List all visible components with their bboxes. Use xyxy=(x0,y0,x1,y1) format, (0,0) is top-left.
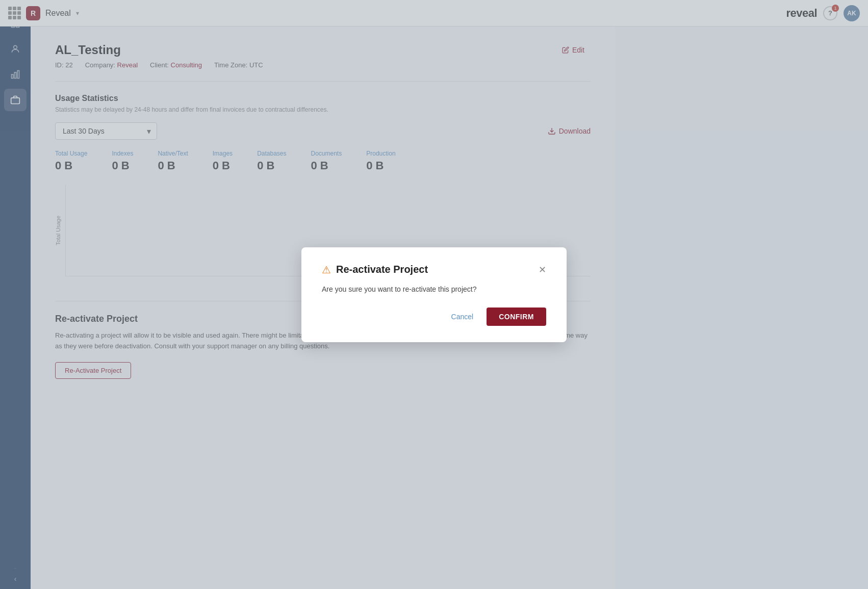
modal-body: Are you sure you want to re-activate thi… xyxy=(322,285,546,293)
modal-dialog: ⚠ Re-activate Project ✕ Are you sure you… xyxy=(301,247,567,342)
modal-title-row: ⚠ Re-activate Project xyxy=(322,264,428,276)
modal-overlay: ⚠ Re-activate Project ✕ Are you sure you… xyxy=(0,0,868,589)
modal-header: ⚠ Re-activate Project ✕ xyxy=(322,264,546,276)
modal-title: Re-activate Project xyxy=(336,264,428,275)
modal-close-button[interactable]: ✕ xyxy=(539,265,546,274)
confirm-button[interactable]: CONFIRM xyxy=(487,308,546,326)
warning-icon: ⚠ xyxy=(322,264,331,276)
modal-footer: Cancel CONFIRM xyxy=(322,308,546,326)
cancel-button[interactable]: Cancel xyxy=(444,309,481,325)
